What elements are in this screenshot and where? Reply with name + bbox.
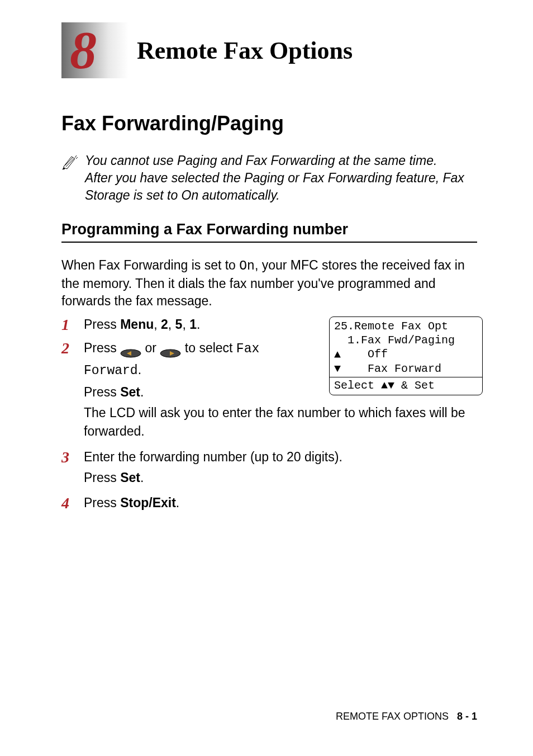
- subsection-title: Programming a Fax Forwarding number: [61, 221, 477, 243]
- step-body: Enter the forwarding number (up to 20 di…: [84, 448, 477, 490]
- text: .: [176, 495, 179, 510]
- step-body: Press Menu, 2, 5, 1.: [84, 315, 318, 334]
- step-2-lcd-text: The LCD will ask you to enter the fax nu…: [84, 405, 465, 438]
- lcd-select-pre: Select: [334, 379, 381, 392]
- text: Press: [84, 470, 120, 485]
- text: to select: [181, 341, 236, 355]
- intro-pre: When Fax Forwarding is set to: [61, 258, 239, 272]
- stop-exit-key: Stop/Exit: [120, 495, 176, 510]
- lcd-line-3-text: Off: [341, 348, 388, 361]
- steps-list: 25.Remote Fax Opt 1.Fax Fwd/Paging ▲ Off…: [61, 315, 477, 513]
- footer-section-label: REMOTE FAX OPTIONS: [336, 711, 449, 722]
- arrow-left-button-icon: [120, 344, 141, 353]
- lcd-line-3: ▲ Off: [334, 347, 478, 361]
- lcd-line-1: 25.Remote Fax Opt: [334, 319, 478, 333]
- chapter-number-box: 8: [61, 22, 129, 78]
- text: or: [141, 341, 160, 355]
- triangle-down-icon: ▼: [334, 362, 341, 376]
- key-2: 2: [161, 317, 168, 332]
- text: .: [140, 385, 144, 399]
- triangle-up-icon: ▲: [381, 379, 388, 392]
- intro-paragraph: When Fax Forwarding is set to On, your M…: [61, 257, 477, 310]
- lcd-select-post: & Set: [394, 379, 435, 392]
- intro-on: On: [239, 259, 255, 273]
- chapter-title: Remote Fax Options: [137, 36, 353, 65]
- step-number: 1: [61, 315, 84, 334]
- lcd-display: 25.Remote Fax Opt 1.Fax Fwd/Paging ▲ Off…: [329, 316, 483, 395]
- lcd-line-2: 1.Fax Fwd/Paging: [334, 333, 478, 347]
- note-line-2: After you have selected the Paging or Fa…: [85, 171, 464, 202]
- text: Press: [84, 341, 120, 355]
- key-5: 5: [175, 317, 183, 332]
- set-key: Set: [120, 470, 140, 485]
- step-number: 3: [61, 448, 84, 467]
- set-key: Set: [120, 385, 140, 399]
- text: ,: [182, 317, 189, 332]
- text: .: [140, 470, 144, 485]
- note-text: You cannot use Paging and Fax Forwarding…: [85, 152, 477, 204]
- text: ,: [154, 317, 161, 332]
- step-3: 3 Enter the forwarding number (up to 20 …: [61, 448, 477, 490]
- step-number: 4: [61, 494, 84, 513]
- step-4: 4 Press Stop/Exit.: [61, 494, 477, 513]
- lcd-line-4-text: Fax Forward: [341, 362, 441, 375]
- section-title: Fax Forwarding/Paging: [61, 112, 477, 135]
- text: .: [138, 362, 141, 377]
- fax-forward-option: Fax: [236, 342, 259, 356]
- triangle-up-icon: ▲: [334, 348, 341, 362]
- text: Press: [84, 317, 120, 332]
- key-1: 1: [189, 317, 197, 332]
- arrow-right-button-icon: [160, 344, 181, 353]
- menu-key: Menu: [120, 317, 154, 332]
- lcd-select-line: Select ▲▼ & Set: [330, 377, 482, 395]
- note-block: You cannot use Paging and Fax Forwarding…: [61, 152, 477, 204]
- note-icon: [61, 154, 78, 172]
- triangle-down-icon: ▼: [388, 379, 394, 392]
- text: Press: [84, 495, 120, 510]
- text: .: [197, 317, 200, 332]
- lcd-line-4: ▼ Fax Forward: [334, 362, 478, 376]
- step-body: Press Stop/Exit.: [84, 494, 477, 512]
- chapter-number: 8: [70, 23, 97, 77]
- text: ,: [168, 317, 175, 332]
- step-number: 2: [61, 339, 84, 358]
- page-footer: REMOTE FAX OPTIONS 8 - 1: [336, 711, 477, 722]
- chapter-header: 8 Remote Fax Options: [61, 22, 477, 78]
- text: Press: [84, 385, 120, 399]
- step-3-text: Enter the forwarding number (up to 20 di…: [84, 450, 342, 464]
- footer-page-number: 8 - 1: [457, 711, 477, 722]
- fax-forward-option-cont: Forward: [84, 363, 138, 378]
- note-line-1: You cannot use Paging and Fax Forwarding…: [85, 153, 437, 168]
